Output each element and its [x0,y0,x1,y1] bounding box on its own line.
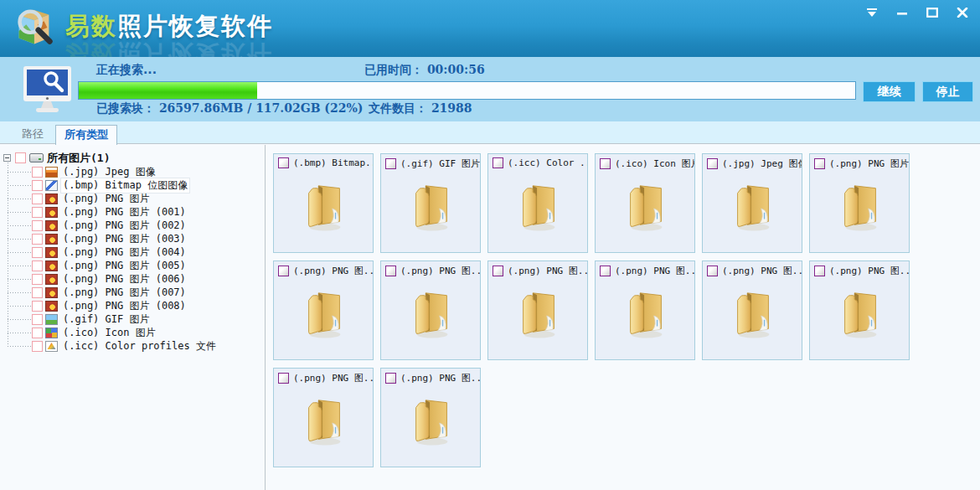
minimize-icon[interactable] [893,4,911,21]
file-type-card[interactable]: (.gif) GIF 图片 [380,153,481,253]
file-type-card[interactable]: (.jpg) Jpeg 图像 [702,153,802,253]
tree-item[interactable]: (.png) PNG 图片 (003) [0,232,265,245]
file-type-card[interactable]: (.png) PNG 图... [380,260,481,360]
tree-item-checkbox[interactable] [32,180,43,191]
file-type-card[interactable]: (.ico) Icon 图片 [595,153,695,253]
tree-item-label[interactable]: (.png) PNG 图片 (003) [61,232,188,246]
tree-connector [8,225,32,226]
tree-item[interactable]: (.png) PNG 图片 (007) [0,286,265,299]
tree-connector [8,185,32,186]
png-file-type-icon [45,260,58,271]
tree-item[interactable]: (.bmp) Bitmap 位图图像 [0,178,265,192]
tab-path[interactable]: 路径 [8,125,57,144]
tree-item[interactable]: (.png) PNG 图片 (005) [0,259,265,272]
tree-item-checkbox[interactable] [32,341,43,352]
tab-all-types[interactable]: 所有类型 [55,125,117,145]
card-checkbox[interactable] [278,157,289,168]
tree-item-label[interactable]: (.icc) Color profiles 文件 [61,339,218,353]
tree-item-label[interactable]: (.ico) Icon 图片 [61,326,157,340]
tree-item[interactable]: (.png) PNG 图片 (004) [0,245,265,259]
jpg-file-type-icon [45,167,58,178]
file-type-card[interactable]: (.png) PNG 图... [809,260,910,360]
icc-file-type-icon [45,341,58,352]
tree-item-checkbox[interactable] [32,193,43,204]
tree-item-checkbox[interactable] [32,234,43,245]
card-checkbox[interactable] [385,373,396,384]
card-label: (.png) PNG 图片 [829,157,909,170]
continue-button[interactable]: 继续 [863,81,916,102]
card-checkbox[interactable] [707,266,718,276]
tree-connector [8,212,32,213]
card-checkbox[interactable] [814,266,825,276]
file-type-card[interactable]: (.bmp) Bitmap... [273,153,374,253]
tree-item-checkbox[interactable] [32,287,43,298]
card-checkbox[interactable] [278,373,289,384]
tree-item-label[interactable]: (.png) PNG 图片 (008) [61,299,188,313]
tab-strip: 路径 所有类型 [0,121,980,144]
tree-item-checkbox[interactable] [32,301,43,312]
tree-item[interactable]: (.png) PNG 图片 (008) [0,299,265,312]
file-type-card[interactable]: (.png) PNG 图... [273,368,374,467]
tree-item[interactable]: (.png) PNG 图片 (006) [0,272,265,286]
tree-item[interactable]: (.gif) GIF 图片 [0,312,265,326]
tree-item-label[interactable]: (.bmp) Bitmap 位图图像 [61,178,189,193]
card-checkbox[interactable] [600,266,611,276]
app-title: 易数照片恢复软件 [65,10,273,44]
tree-item-label[interactable]: (.gif) GIF 图片 [61,312,151,327]
tree-item-checkbox[interactable] [32,167,43,178]
maximize-icon[interactable] [923,4,941,21]
tree-item[interactable]: (.jpg) Jpeg 图像 [0,165,265,178]
tree-item-label[interactable]: (.png) PNG 图片 (005) [61,259,188,273]
tree-item[interactable]: (.png) PNG 图片 (001) [0,205,265,219]
tree-item-checkbox[interactable] [32,247,43,258]
tree-item-label[interactable]: (.png) PNG 图片 (007) [61,286,188,300]
file-type-card[interactable]: (.png) PNG 图片 [809,153,910,253]
png-file-type-icon [45,247,58,258]
file-type-card[interactable]: (.icc) Color ... [487,153,588,253]
tree-item-checkbox[interactable] [32,314,43,325]
tree-item[interactable]: (.icc) Color profiles 文件 [0,339,265,353]
tree-item-checkbox[interactable] [32,328,43,338]
title-bar: 易数照片恢复软件 易数照片恢复软件 [0,0,980,57]
root-checkbox[interactable] [15,152,26,163]
collapse-expander-icon[interactable] [3,154,11,162]
tree-item[interactable]: (.ico) Icon 图片 [0,326,265,339]
tree-item-label[interactable]: (.png) PNG 图片 (006) [61,272,188,286]
searched-blocks-value: 26597.86MB / 117.02GB (22%) [159,101,364,115]
tree-item[interactable]: (.png) PNG 图片 [0,192,265,205]
tree-item[interactable]: (.png) PNG 图片 (002) [0,219,265,232]
tree-item-label[interactable]: (.png) PNG 图片 (002) [61,219,188,233]
card-checkbox[interactable] [493,157,503,168]
tree-item-checkbox[interactable] [32,260,43,271]
close-icon[interactable] [953,4,972,21]
card-label: (.icc) Color ... [508,157,587,168]
card-checkbox[interactable] [707,158,718,169]
tree-connector [8,279,32,280]
menu-dropdown-icon[interactable] [863,4,881,21]
card-checkbox[interactable] [493,266,503,276]
tree-item-checkbox[interactable] [32,220,43,231]
file-type-card[interactable]: (.png) PNG 图... [273,260,374,360]
folder-icon [298,287,350,341]
tree-item-label[interactable]: (.png) PNG 图片 [61,192,151,206]
folder-icon [405,395,457,448]
tree-item-label[interactable]: (.png) PNG 图片 (004) [61,245,188,260]
file-type-card[interactable]: (.png) PNG 图... [702,260,802,360]
tree-root-item[interactable]: 所有图片(1) [3,151,265,165]
tree-item-label[interactable]: (.png) PNG 图片 (001) [61,205,188,219]
tree-item-checkbox[interactable] [32,274,43,285]
card-checkbox[interactable] [600,158,611,169]
card-checkbox[interactable] [814,158,825,169]
file-type-card[interactable]: (.png) PNG 图... [595,260,695,360]
folder-icon [298,395,350,448]
card-checkbox[interactable] [278,266,289,276]
tree-root-label[interactable]: 所有图片(1) [47,151,110,166]
card-checkbox[interactable] [385,158,396,169]
tree-item-label[interactable]: (.jpg) Jpeg 图像 [61,165,157,179]
file-type-card[interactable]: (.png) PNG 图... [380,368,481,467]
tree-item-checkbox[interactable] [32,207,43,218]
file-type-card[interactable]: (.png) PNG 图... [487,260,588,360]
card-checkbox[interactable] [385,266,396,276]
tree-connector [8,333,32,333]
stop-button[interactable]: 停止 [922,81,973,102]
